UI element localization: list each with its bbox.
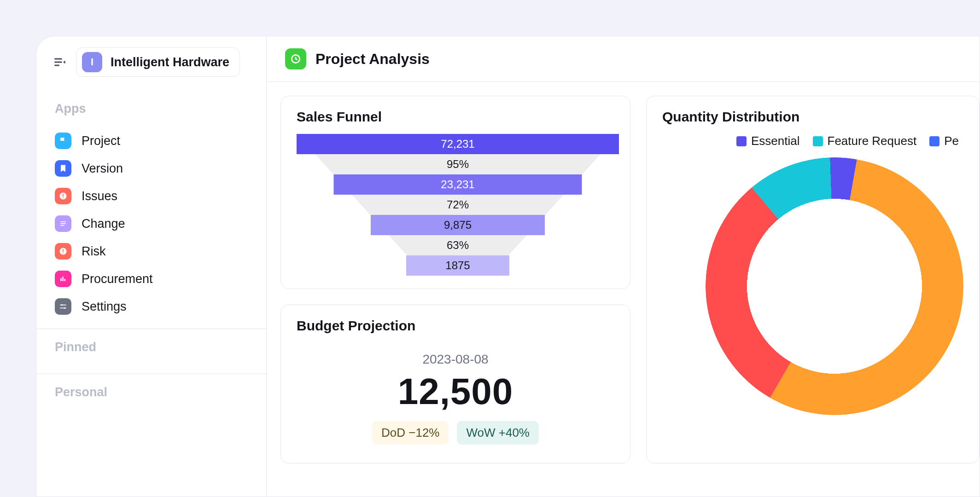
alert-icon	[55, 188, 71, 204]
budget-date: 2023-08-08	[297, 352, 614, 367]
warning-icon	[55, 243, 71, 260]
wow-badge: WoW +40%	[457, 421, 539, 445]
sidebar-item-label: Change	[82, 217, 125, 231]
funnel-stage-2: 23,231	[334, 174, 582, 195]
svg-rect-13	[62, 277, 64, 281]
sidebar-item-label: Procurement	[82, 272, 153, 286]
budget-projection-card: Budget Projection 2023-08-08 12,500 DoD …	[280, 305, 630, 463]
dashboard-icon	[285, 48, 306, 69]
sidebar: I Intelligent Hardware Apps Project Vers…	[36, 36, 267, 497]
card-title: Sales Funnel	[297, 109, 614, 125]
sidebar-item-label: Issues	[82, 189, 117, 203]
sidebar-item-issues[interactable]: Issues	[36, 182, 266, 210]
svg-rect-15	[60, 305, 66, 306]
quantity-distribution-card: Quantity Distribution Essential Feature …	[646, 96, 980, 463]
sidebar-item-settings[interactable]: Settings	[36, 293, 266, 320]
legend-item-pe: Pe	[929, 134, 959, 148]
budget-value: 12,500	[297, 370, 614, 413]
bars-icon	[55, 271, 71, 287]
sidebar-section-pinned: Pinned	[36, 329, 266, 365]
funnel-pct-1: 95%	[297, 158, 619, 171]
funnel-pct-2: 72%	[297, 198, 619, 211]
sidebar-item-procurement[interactable]: Procurement	[36, 265, 266, 293]
dod-badge: DoD −12%	[372, 421, 449, 445]
legend-label: Pe	[944, 134, 959, 148]
svg-rect-14	[64, 279, 66, 281]
svg-rect-10	[63, 249, 64, 252]
bookmark-icon	[55, 160, 71, 177]
sales-funnel-card: Sales Funnel 72,231 95% 23,231 72% 9,875	[280, 96, 630, 289]
funnel-stage-3: 9,875	[371, 215, 545, 235]
svg-rect-6	[60, 221, 66, 222]
sidebar-item-label: Settings	[82, 300, 127, 314]
workspace-name: Intelligent Hardware	[111, 55, 229, 69]
sidebar-item-project[interactable]: Project	[36, 127, 266, 155]
legend-label: Feature Request	[828, 134, 917, 148]
legend-swatch	[929, 136, 939, 146]
flag-icon	[55, 133, 71, 149]
sidebar-item-label: Risk	[82, 244, 106, 259]
funnel-stage-4: 1875	[406, 255, 509, 276]
card-title: Budget Projection	[297, 318, 614, 334]
chart-legend: Essential Feature Request Pe	[662, 134, 963, 148]
svg-rect-7	[60, 223, 66, 224]
svg-rect-11	[63, 253, 64, 254]
svg-point-18	[64, 307, 65, 309]
sidebar-item-change[interactable]: Change	[36, 210, 266, 237]
svg-rect-5	[63, 197, 64, 198]
svg-rect-12	[60, 278, 62, 281]
workspace-avatar: I	[82, 52, 102, 72]
sliders-icon	[55, 298, 71, 315]
funnel-chart: 72,231 95% 23,231 72% 9,875 63% 1875	[297, 134, 619, 276]
svg-point-17	[61, 304, 63, 306]
sidebar-item-label: Version	[82, 162, 123, 176]
legend-swatch	[813, 136, 823, 146]
legend-item-feature-request: Feature Request	[813, 134, 917, 148]
page-title: Project Analysis	[315, 51, 430, 68]
legend-label: Essential	[751, 134, 800, 148]
page-header: Project Analysis	[267, 36, 980, 82]
sidebar-item-version[interactable]: Version	[36, 155, 266, 182]
funnel-pct-3: 63%	[297, 239, 619, 252]
funnel-stage-1: 72,231	[297, 134, 619, 154]
sidebar-section-personal: Personal	[36, 374, 266, 410]
svg-rect-8	[60, 225, 64, 226]
main-content: Project Analysis Sales Funnel 72,231 95%…	[267, 36, 980, 497]
card-title: Quantity Distribution	[662, 109, 963, 125]
list-icon	[55, 215, 71, 232]
sidebar-section-apps: Apps	[36, 91, 266, 127]
donut-chart	[706, 157, 963, 415]
workspace-switcher[interactable]: I Intelligent Hardware	[76, 47, 240, 77]
sidebar-item-risk[interactable]: Risk	[36, 237, 266, 265]
legend-swatch	[736, 136, 747, 146]
svg-rect-4	[63, 194, 64, 197]
sidebar-item-label: Project	[82, 134, 120, 148]
sidebar-collapse-button[interactable]	[52, 54, 68, 70]
legend-item-essential: Essential	[736, 134, 800, 148]
